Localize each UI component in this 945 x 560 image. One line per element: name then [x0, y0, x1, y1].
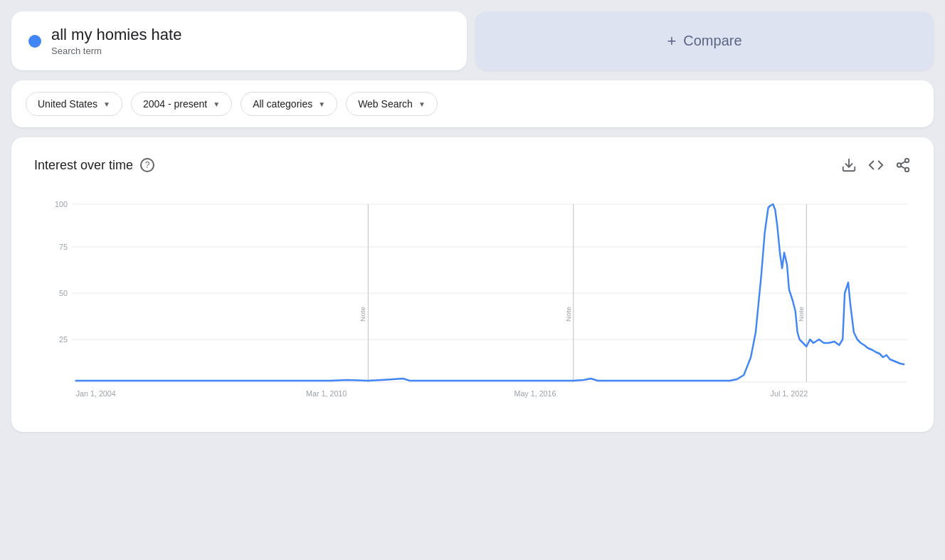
svg-text:25: 25	[59, 335, 68, 344]
search-term-dot	[28, 35, 41, 48]
help-icon[interactable]: ?	[140, 158, 154, 172]
location-filter[interactable]: United States ▼	[26, 92, 122, 116]
category-label: All categories	[253, 98, 312, 110]
svg-text:Note: Note	[359, 306, 367, 322]
svg-text:May 1, 2016: May 1, 2016	[514, 389, 556, 398]
chart-title-area: Interest over time ?	[34, 158, 154, 173]
svg-text:75: 75	[59, 243, 68, 251]
chart-title: Interest over time	[34, 158, 133, 173]
location-label: United States	[38, 98, 97, 110]
svg-text:Jan 1, 2004: Jan 1, 2004	[76, 389, 116, 398]
search-type-filter[interactable]: Web Search ▼	[346, 92, 438, 116]
chart-actions	[841, 157, 911, 173]
svg-text:Note: Note	[564, 306, 572, 322]
svg-line-5	[901, 162, 905, 164]
category-chevron-icon: ▼	[318, 100, 325, 108]
search-term-card: all my homies hate Search term	[11, 11, 467, 70]
share-icon[interactable]	[895, 157, 911, 173]
time-range-label: 2004 - present	[143, 98, 207, 110]
svg-line-4	[901, 166, 905, 169]
svg-text:Mar 1, 2010: Mar 1, 2010	[306, 389, 347, 398]
chart-area: 100 75 50 25 Jan 1, 2004 Mar 1, 2010 May…	[34, 190, 911, 418]
svg-text:100: 100	[55, 200, 68, 208]
compare-card[interactable]: + Compare	[475, 11, 934, 70]
compare-label: Compare	[683, 33, 741, 49]
svg-text:Note: Note	[798, 306, 806, 322]
time-range-filter[interactable]: 2004 - present ▼	[131, 92, 232, 116]
search-type-chevron-icon: ▼	[418, 100, 426, 108]
chart-header: Interest over time ?	[34, 157, 911, 173]
top-section: all my homies hate Search term + Compare	[11, 11, 934, 70]
compare-plus-icon: +	[667, 32, 676, 51]
svg-text:Jul 1, 2022: Jul 1, 2022	[771, 389, 808, 398]
download-icon[interactable]	[841, 157, 857, 173]
search-type-label: Web Search	[358, 98, 413, 110]
search-term-text: all my homies hate Search term	[51, 26, 181, 56]
search-term-main: all my homies hate	[51, 26, 181, 44]
embed-icon[interactable]	[868, 157, 884, 173]
chart-card: Interest over time ?	[11, 137, 934, 432]
filters-bar: United States ▼ 2004 - present ▼ All cat…	[11, 80, 934, 127]
category-filter[interactable]: All categories ▼	[241, 92, 337, 116]
svg-text:50: 50	[59, 289, 68, 297]
interest-chart: 100 75 50 25 Jan 1, 2004 Mar 1, 2010 May…	[34, 190, 911, 418]
search-term-sub: Search term	[51, 46, 181, 56]
time-range-chevron-icon: ▼	[213, 100, 220, 108]
location-chevron-icon: ▼	[103, 100, 110, 108]
